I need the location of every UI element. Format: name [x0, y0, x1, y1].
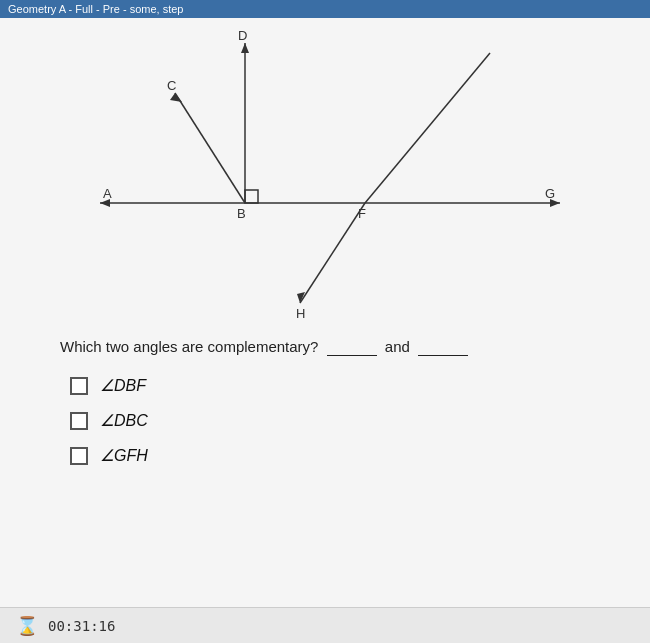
- main-content: D C A B F G H Which two angles are compl…: [0, 18, 650, 643]
- svg-text:F: F: [358, 206, 366, 221]
- choice-item-gfh[interactable]: ∠GFH: [70, 446, 590, 465]
- top-bar-title: Geometry A - Full - Pre - some, step: [8, 3, 183, 15]
- top-bar: Geometry A - Full - Pre - some, step: [0, 0, 650, 18]
- choice-item-dbc[interactable]: ∠DBC: [70, 411, 590, 430]
- and-label: and: [385, 338, 410, 355]
- svg-line-6: [175, 93, 245, 203]
- svg-marker-4: [241, 43, 249, 53]
- choices-list: ∠DBF ∠DBC ∠GFH: [60, 376, 590, 465]
- svg-line-8: [365, 53, 490, 203]
- timer-value: 00:31:16: [48, 618, 115, 634]
- svg-text:H: H: [296, 306, 305, 321]
- svg-text:A: A: [103, 186, 112, 201]
- diagram-area: D C A B F G H: [0, 18, 650, 328]
- timer-icon: ⌛: [16, 615, 38, 637]
- choice-item-dbf[interactable]: ∠DBF: [70, 376, 590, 395]
- geometry-diagram: D C A B F G H: [0, 18, 650, 328]
- question-label: Which two angles are complementary?: [60, 338, 318, 355]
- svg-line-9: [300, 203, 365, 303]
- blank-2: [418, 338, 468, 356]
- timer-bar: ⌛ 00:31:16: [0, 607, 650, 643]
- checkbox-dbf[interactable]: [70, 377, 88, 395]
- blank-1: [327, 338, 377, 356]
- checkbox-dbc[interactable]: [70, 412, 88, 430]
- svg-text:C: C: [167, 78, 176, 93]
- svg-text:D: D: [238, 28, 247, 43]
- choice-label-dbc: ∠DBC: [100, 411, 148, 430]
- svg-text:G: G: [545, 186, 555, 201]
- svg-rect-5: [245, 190, 258, 203]
- svg-text:B: B: [237, 206, 246, 221]
- svg-marker-7: [170, 93, 182, 102]
- question-text: Which two angles are complementary? and: [60, 338, 590, 356]
- choice-label-gfh: ∠GFH: [100, 446, 148, 465]
- checkbox-gfh[interactable]: [70, 447, 88, 465]
- question-area: Which two angles are complementary? and …: [0, 328, 650, 475]
- choice-label-dbf: ∠DBF: [100, 376, 146, 395]
